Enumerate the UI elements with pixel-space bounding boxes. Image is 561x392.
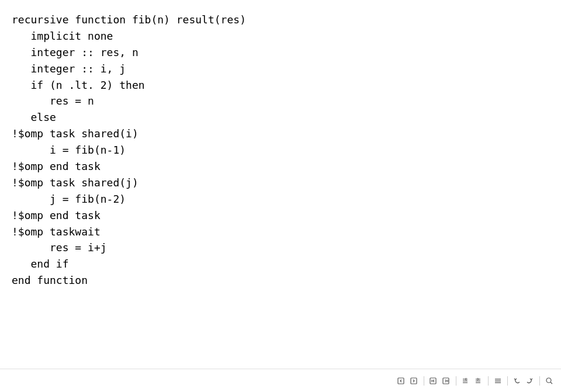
list-forward-icon[interactable] [473,375,484,387]
frame-forward-icon[interactable] [441,375,452,387]
code-area: recursive function fib(n) result(res) im… [0,0,561,369]
svg-line-16 [550,382,552,384]
svg-rect-1 [411,378,417,384]
nav-back-icon[interactable] [396,375,407,387]
navigation-controls [396,375,555,387]
separator-4 [507,376,508,386]
nav-forward-icon[interactable] [408,375,420,387]
bottom-bar [0,369,561,392]
svg-point-15 [546,378,551,383]
undo-icon[interactable] [511,375,523,387]
frame-back-icon[interactable] [428,375,439,387]
separator-5 [539,376,540,386]
svg-rect-0 [398,378,404,384]
list-back-icon[interactable] [460,375,472,387]
separator-3 [488,376,489,386]
separator-2 [456,376,456,386]
search-icon[interactable] [543,375,555,387]
redo-icon[interactable] [524,375,536,387]
separator-1 [424,376,424,386]
code-content: recursive function fib(n) result(res) im… [12,12,549,289]
menu-icon[interactable] [492,375,504,387]
